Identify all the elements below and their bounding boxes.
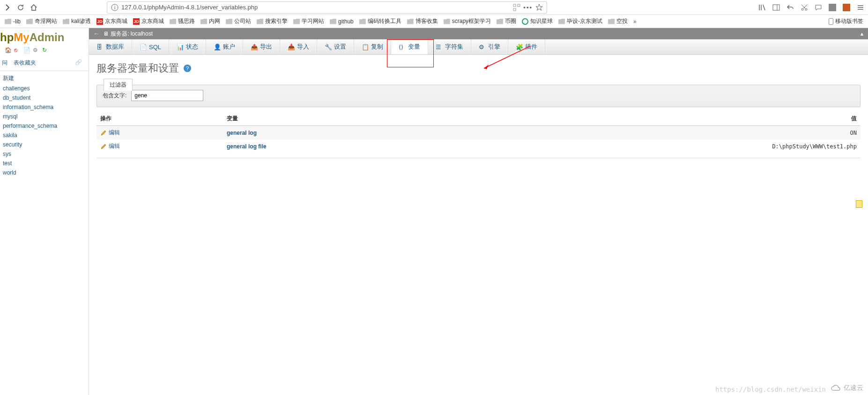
watermark-text: https://blog.csdn.net/weixin (715, 386, 826, 393)
menu-icon[interactable] (857, 4, 864, 11)
star-icon[interactable] (535, 4, 543, 11)
more-icon[interactable]: ••• (523, 4, 533, 11)
bookmark-item[interactable]: 空投 (606, 16, 630, 26)
sb-fav-link[interactable]: 表收藏夹 (14, 59, 36, 66)
variable-value: D:\phpStudy\WWW\test1.php (673, 139, 861, 153)
user-icon: 👤 (214, 44, 220, 50)
filter-tab-label: 过滤器 (104, 79, 133, 91)
bookmark-item[interactable]: 公司站 (224, 16, 253, 26)
svg-rect-4 (513, 8, 516, 11)
tab-engine[interactable]: ⚙引擎 (471, 39, 508, 54)
tab-sql[interactable]: 📄SQL (132, 39, 169, 54)
yisu-badge: 亿速云 (831, 384, 863, 392)
filter-input[interactable] (131, 90, 203, 101)
tab-export[interactable]: 📤导出 (243, 39, 280, 54)
table-row: 编辑general logON (96, 126, 861, 140)
mobile-bookmarks-link[interactable]: 移动版书签 (827, 16, 865, 26)
bookmark-item[interactable]: 编码转换工具 (357, 16, 403, 26)
server-icon: 🖥 (103, 30, 109, 37)
bookmark-item[interactable]: JD京东商城 (131, 16, 166, 26)
bookmark-item[interactable]: 骚思路 (168, 16, 197, 26)
charset-icon: ☰ (436, 44, 442, 50)
bookmark-item[interactable]: kali渗透 (61, 16, 93, 26)
sidebar-db-item[interactable]: db_student (0, 93, 89, 102)
copy-icon: 📋 (362, 44, 368, 50)
sb-exit-icon[interactable]: ⎋ (14, 47, 22, 54)
server-back-icon[interactable]: ← (94, 30, 99, 37)
url-bar[interactable]: i 127.0.0.1/phpMyAdmin-4.8.1/server_vari… (107, 1, 547, 14)
server-label: 服务器: localhost (111, 30, 153, 38)
edit-button[interactable]: 编辑 (100, 129, 219, 137)
svg-point-7 (801, 8, 803, 10)
tab-wrench[interactable]: 🔧设置 (317, 39, 354, 54)
sb-refresh-icon[interactable]: ↻ (42, 47, 50, 54)
tab-db[interactable]: 🗄数据库 (89, 39, 132, 54)
server-collapse-icon[interactable]: ▴ (861, 30, 863, 37)
plugin-icon: 🧩 (516, 44, 522, 50)
sidebar-db-item[interactable]: sys (0, 149, 89, 159)
tab-user[interactable]: 👤账户 (206, 39, 243, 54)
cloud-icon (831, 385, 842, 391)
edit-button[interactable]: 编辑 (100, 142, 219, 150)
bookmarks-overflow-icon[interactable]: » (633, 18, 637, 25)
reload-icon[interactable] (17, 4, 24, 11)
bookmark-item[interactable]: github (328, 16, 356, 26)
bookmark-item[interactable]: 币圈 (495, 16, 518, 26)
variable-value: ON (673, 126, 861, 140)
svg-rect-3 (518, 4, 520, 7)
sidebar-db-item[interactable]: challenges (0, 84, 89, 93)
sidebar-db-item[interactable]: test (0, 159, 89, 168)
bookmark-item[interactable]: 毕设-京东测试 (556, 16, 604, 26)
pma-logo: hpMyAdmin (0, 28, 89, 46)
bookmark-item[interactable]: 奇淫网站 (24, 16, 59, 26)
svg-rect-5 (773, 5, 779, 10)
tab-import[interactable]: 📥导入 (280, 39, 317, 54)
ext1-icon[interactable] (829, 4, 836, 11)
info-icon[interactable]: i (111, 4, 119, 11)
help-icon[interactable]: ? (184, 65, 191, 72)
import-icon: 📥 (288, 44, 294, 50)
svg-point-8 (805, 8, 807, 10)
bookmark-item[interactable]: 博客收集 (405, 16, 440, 26)
sidebar-db-item[interactable]: mysql (0, 112, 89, 121)
variable-name[interactable]: general log file (227, 143, 267, 150)
tab-var[interactable]: ⟨⟩变量 (391, 39, 428, 54)
sb-home-icon[interactable]: 🏠 (5, 47, 12, 54)
variable-name[interactable]: general log (227, 130, 257, 136)
library-icon[interactable] (758, 4, 766, 11)
sidebar-db-item[interactable]: sakila (0, 131, 89, 140)
ext2-icon[interactable] (843, 4, 850, 11)
bookmark-item[interactable]: 学习网站 (291, 16, 326, 26)
bookmark-item[interactable]: 搜索引擎 (255, 16, 289, 26)
sb-new-db[interactable]: 新建 (0, 73, 89, 84)
bookmark-item[interactable]: scrapy框架学习 (442, 16, 493, 26)
home-icon[interactable] (30, 4, 37, 11)
var-icon: ⟨⟩ (399, 44, 405, 50)
sb-recent-link[interactable]: 问 (2, 59, 7, 66)
tab-charset[interactable]: ☰字符集 (428, 39, 471, 54)
tab-plugin[interactable]: 🧩插件 (508, 39, 545, 54)
sidebar-db-item[interactable]: information_schema (0, 102, 89, 112)
sidebar-db-item[interactable]: security (0, 140, 89, 149)
cut-icon[interactable] (801, 4, 808, 11)
undo-icon[interactable] (786, 4, 794, 11)
tab-copy[interactable]: 📋复制 (354, 39, 391, 54)
svg-rect-2 (513, 4, 516, 7)
sidebar-db-item[interactable]: performance_schema (0, 121, 89, 131)
bookmark-item[interactable]: -lib (3, 16, 22, 26)
sb-gear-icon[interactable]: ⚙ (33, 47, 40, 54)
forward-icon[interactable] (4, 4, 11, 11)
qr-icon[interactable] (513, 4, 520, 11)
bookmark-item[interactable]: 内网 (199, 16, 222, 26)
db-icon: 🗄 (96, 44, 103, 50)
sticky-note-icon[interactable] (856, 200, 862, 208)
bookmark-item[interactable]: 知识星球 (520, 16, 555, 26)
sidebar-db-item[interactable]: world (0, 168, 89, 177)
bookmark-item[interactable]: JD京东商城 (95, 16, 129, 26)
sidebar-icon[interactable] (772, 4, 780, 11)
chat-icon[interactable] (815, 4, 822, 11)
sb-link-icon[interactable]: 🔗 (75, 59, 82, 66)
tab-status[interactable]: 📊状态 (169, 39, 206, 54)
sb-docs-icon[interactable]: 📄 (23, 47, 31, 54)
col-action: 操作 (96, 112, 223, 126)
